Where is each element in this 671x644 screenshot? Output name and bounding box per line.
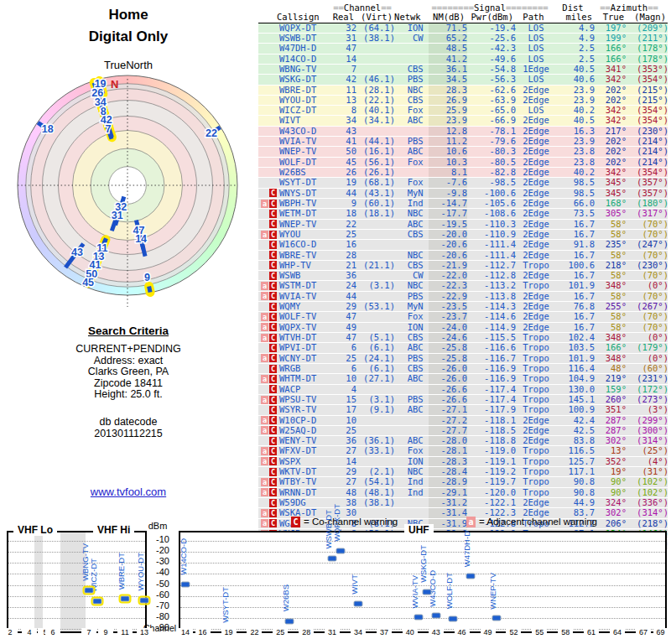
co-channel-warning-icon: C: [269, 406, 277, 414]
signal-marker: [181, 582, 190, 588]
channel-tick-label: 34: [351, 628, 366, 637]
table-row: WSYT-DT19(68.1)Fox -7.6-98.52Edge98.5345…: [258, 178, 668, 188]
channel-tick-label: 16: [195, 628, 211, 637]
signal-marker: [93, 599, 102, 605]
co-channel-legend-icon: C: [291, 517, 300, 527]
co-channel-warning-icon: C: [269, 189, 277, 197]
co-channel-warning-icon: C: [269, 457, 277, 465]
search-height: Height: 25.0 ft.: [0, 389, 257, 400]
co-channel-warning-icon: C: [269, 200, 277, 208]
co-channel-warning-icon: C: [269, 447, 277, 455]
adjacent-channel-warning-icon: a: [261, 200, 268, 208]
channel-tick-label: 6: [45, 628, 60, 637]
co-channel-warning-icon: C: [269, 416, 277, 424]
station-label: WSYT-DT: [221, 587, 230, 623]
dbm-tick-label: -20: [143, 545, 169, 555]
table-row: aCWFXV-DT27(33.1)Fox -28.1-119.0Tropo116…: [258, 446, 668, 456]
magnetic-north-marker: N: [111, 78, 118, 91]
co-channel-warning-icon: C: [269, 251, 277, 259]
non-tv-spectrum-band: [34, 532, 43, 631]
radar-overlay: 22471493231111341504543187428342619N: [18, 75, 237, 312]
table-row: CWBRE-TV28NBC -20.6-111.42Edge16.758°(70…: [258, 251, 668, 261]
dbm-tick-label: -30: [143, 556, 169, 566]
adjacent-channel-warning-icon: a: [261, 478, 268, 486]
table-row: WIVT34(34.1)ABC 23.9-66.92Edge40.5342°(3…: [258, 116, 668, 126]
co-channel-warning-icon: C: [269, 323, 277, 331]
vhf-lo-band-title: VHF Lo: [13, 524, 57, 536]
co-channel-warning-icon: C: [269, 261, 277, 269]
channel-tick-label: 31: [325, 628, 340, 637]
signal-marker: [423, 589, 432, 595]
search-criteria: Search Criteria CURRENT+PENDING Address:…: [0, 325, 257, 498]
dbm-gridline: [8, 541, 145, 542]
adjacent-channel-warning-icon: a: [261, 313, 268, 321]
co-channel-warning-icon: C: [269, 272, 277, 280]
station-label: WYOU-DT: [136, 553, 145, 590]
co-channel-warning-icon: C: [269, 426, 277, 434]
adjacent-channel-warning-icon: a: [261, 447, 268, 455]
co-channel-warning-icon: C: [269, 385, 277, 393]
adjacent-channel-legend-label: = Adjacent channel warning: [479, 517, 597, 527]
co-channel-warning-icon: C: [269, 468, 277, 476]
uhf-band-title: UHF: [404, 524, 434, 536]
channel-tick-label: 14: [178, 628, 193, 637]
table-row: aCWSTM-DT24(3.1)NBC -22.3-113.2Tropo101.…: [258, 281, 668, 291]
co-channel-legend-label: = Co-channel warning: [304, 517, 398, 527]
station-label: W26BS: [281, 584, 290, 611]
azimuth-radar-plot: 22471493231111341504543187428342619N: [18, 75, 237, 295]
adjacent-channel-warning-icon: a: [261, 416, 268, 424]
channel-tick-label: 61: [584, 628, 599, 637]
channel-tick-label: 11: [117, 628, 133, 637]
channel-tick-label: 40: [403, 628, 418, 637]
page-subtitle: Digital Only: [0, 29, 257, 45]
signal-marker: [449, 615, 458, 621]
signal-marker: [284, 618, 294, 624]
co-channel-warning-icon: C: [269, 396, 277, 404]
channel-tick-label: 25: [273, 628, 288, 637]
uhf-panel: 1416192225283134374043464952555861646769…: [179, 531, 667, 633]
adjacent-channel-warning-icon: a: [261, 488, 268, 496]
channel-tick-label: 37: [377, 628, 392, 637]
adjacent-channel-warning-icon: a: [261, 426, 268, 434]
signal-marker: [414, 615, 424, 621]
channel-tick-label: 46: [455, 628, 470, 637]
channel-tick-label: 4: [22, 628, 37, 637]
station-label: WIVT: [350, 574, 359, 595]
db-datecode-label: db datecode: [0, 417, 257, 428]
vhf-panel: 2456791113WBNG-TVWICZ-DTWBRE-DTWYOU-DT: [7, 531, 147, 633]
co-channel-warning-icon: C: [269, 303, 277, 311]
tvfool-link[interactable]: www.tvfool.com: [0, 486, 257, 497]
channel-tick-label: 52: [506, 628, 521, 637]
table-row: WSKG-DT42(46.1)PBS 34.5-56.3LOS40.6342°(…: [258, 75, 668, 85]
co-channel-warning-icon: C: [269, 292, 277, 300]
channel-tick-label: 2: [3, 628, 18, 637]
search-criteria-heading: Search Criteria: [0, 325, 257, 336]
station-label: WBRE-DT: [117, 553, 126, 589]
adjacent-channel-legend-icon: a: [466, 517, 476, 527]
table-row: CW16CO-D16 -20.6-111.42Edge91.8235°(247°…: [258, 240, 668, 250]
co-channel-warning-icon: C: [269, 437, 277, 445]
channel-tick-label: 58: [558, 628, 573, 637]
table-column-header: CallsignReal(Virt)Netwk NM(dB)Pwr(dBm)Pa…: [258, 13, 668, 23]
signal-table: ==Channel==========Signal========Dist==A…: [258, 3, 668, 550]
table-row: aCW10CP-D10 -27.2-118.12Edge42.4287°(299…: [258, 416, 668, 426]
dbm-gridline: [180, 541, 665, 542]
channel-tick-label: 49: [481, 628, 496, 637]
table-row: CWETM-DT18(18.1)NBC -17.7-108.62Edge73.5…: [258, 209, 668, 219]
db-datecode-value: 201301112215: [0, 428, 257, 439]
signal-marker: [85, 587, 94, 593]
station-label: WOLF-DT: [445, 573, 454, 609]
channel-tick-label: 28: [299, 628, 314, 637]
true-north-label: TrueNorth: [0, 59, 257, 71]
table-row: CWSYR-TV17(9.1)ABC -27.1-117.9Tropo100.9…: [258, 405, 668, 415]
station-label: WSKG-DT: [419, 545, 428, 583]
dbm-tick-label: -50: [143, 579, 169, 589]
co-channel-warning-icon: C: [269, 344, 277, 352]
adjacent-channel-warning-icon: a: [261, 292, 268, 300]
co-channel-warning-icon: C: [269, 499, 277, 507]
channel-tick-label: 9: [98, 628, 113, 637]
svg-text:18: 18: [42, 123, 54, 135]
signal-level-chart: C = Co-channel warning a = Adjacent chan…: [0, 513, 671, 644]
table-row: aCWOLF-TV47Fox -23.7-114.62Edge16.758°(7…: [258, 312, 668, 322]
dbm-tick-label: -40: [143, 567, 169, 577]
